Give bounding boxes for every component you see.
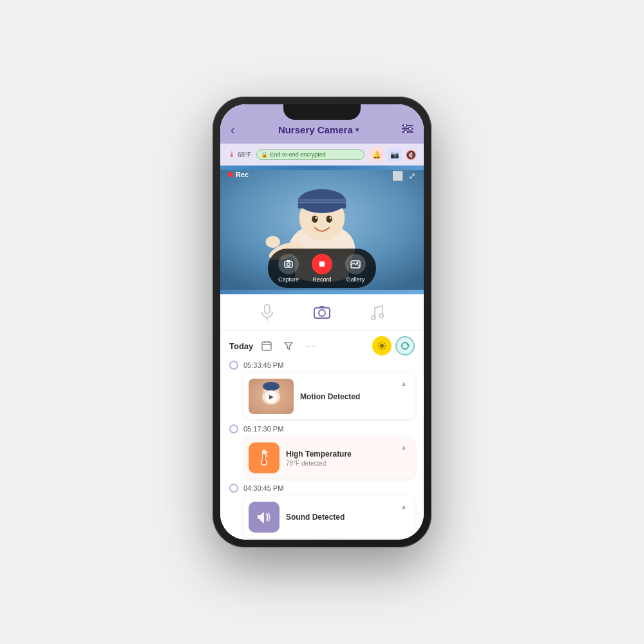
svg-point-3 [403, 124, 406, 128]
status-bar: 🌡 68°F 🔒 End-to-end encrypted 🔔 📷 🔇 [220, 144, 424, 166]
rec-label: Rec [236, 171, 249, 178]
svg-rect-25 [265, 305, 270, 314]
phone-frame: ‹ Nursery Camera ▾ [213, 97, 431, 547]
motion-thumbnail[interactable]: ▶ [249, 379, 294, 414]
refresh-button[interactable] [395, 336, 415, 355]
camera-icon-box: 📷 [388, 147, 402, 162]
more-button[interactable]: ··· [302, 337, 319, 354]
tab-icons-row [220, 294, 424, 331]
svg-line-42 [384, 348, 384, 348]
svg-point-24 [357, 262, 359, 264]
header-title-group: Nursery Camera ▾ [278, 124, 359, 135]
alert-icon-box: 🔔 [370, 147, 384, 162]
filter-right-icons [372, 336, 415, 355]
capture-bar: Capture Record Gallery [268, 249, 376, 288]
timeline-dot-2 [229, 424, 238, 433]
svg-line-41 [379, 343, 380, 344]
encryption-badge: 🔒 End-to-end encrypted [256, 149, 365, 160]
capture-label: Capture [278, 276, 299, 283]
gallery-icon [345, 254, 366, 274]
lock-icon: 🔒 [261, 151, 268, 158]
temperature-value: 68°F [238, 151, 251, 158]
svg-point-28 [319, 310, 325, 316]
svg-point-13 [312, 216, 317, 223]
svg-rect-56 [258, 515, 260, 519]
sound-icon-box [249, 502, 279, 533]
sound-info: Sound Detected [286, 513, 392, 522]
sound-title: Sound Detected [286, 513, 392, 522]
timeline-entry-temp: 05:17:30 PM [229, 424, 415, 478]
capture-icon [278, 254, 299, 274]
fullscreen-icon[interactable]: ⤢ [408, 171, 416, 181]
rec-dot [228, 172, 233, 177]
settings-button[interactable] [402, 123, 413, 137]
temp-sub: 78°F detected [286, 460, 392, 467]
svg-point-15 [315, 217, 317, 219]
encrypt-label: End-to-end encrypted [270, 151, 326, 158]
camera-top-controls: ⬜ ⤢ [392, 171, 416, 181]
record-icon [312, 254, 332, 274]
temp-title: High Temperature [286, 450, 392, 459]
gallery-button[interactable]: Gallery [345, 254, 366, 283]
svg-line-43 [384, 343, 384, 344]
temp-icon-box [249, 442, 279, 473]
camera-feed: Rec ⬜ ⤢ Capture [220, 166, 424, 294]
timeline-entry-sound: 04:30:45 PM Sound Detected [229, 484, 415, 538]
gallery-label: Gallery [346, 276, 365, 283]
svg-rect-32 [262, 342, 271, 350]
motion-title: Motion Detected [300, 392, 392, 401]
camera-tab[interactable] [310, 301, 334, 324]
play-button[interactable]: ▶ [265, 390, 278, 403]
notch [283, 104, 361, 120]
timeline-time-2: 05:17:30 PM [243, 425, 283, 433]
thermometer-icon: 🌡 [228, 150, 236, 159]
camera-title: Nursery Camera [278, 124, 353, 135]
timeline-card-motion[interactable]: ▶ Motion Detected ▲ [243, 374, 415, 419]
record-label: Record [313, 276, 332, 283]
phone-screen: ‹ Nursery Camera ▾ [220, 104, 424, 540]
svg-rect-22 [319, 261, 325, 267]
timeline-entry-motion: 05:33:45 PM ▶ [229, 361, 415, 419]
timeline-time-3: 04:30:45 PM [243, 484, 283, 492]
record-button[interactable]: Record [312, 254, 332, 283]
timeline-card-temp[interactable]: High Temperature 78°F detected ▲ [243, 437, 415, 478]
status-icons-group: 🔔 📷 🔇 [370, 147, 416, 162]
brightness-button[interactable] [372, 336, 392, 355]
title-chevron[interactable]: ▾ [355, 126, 359, 133]
bell-icon: 🔔 [372, 151, 381, 159]
mic-tab[interactable] [256, 301, 279, 324]
timeline: 05:33:45 PM ▶ [220, 361, 424, 540]
timeline-dot-3 [229, 484, 238, 493]
svg-point-36 [380, 344, 384, 348]
timeline-dot-1 [229, 361, 238, 370]
svg-rect-29 [319, 306, 325, 308]
music-tab[interactable] [365, 301, 388, 324]
svg-point-16 [330, 217, 332, 219]
svg-point-14 [327, 216, 332, 223]
svg-point-30 [372, 316, 375, 319]
back-button[interactable]: ‹ [231, 122, 235, 137]
svg-point-20 [287, 263, 290, 266]
temp-info-card: High Temperature 78°F detected [286, 450, 392, 467]
motion-expand[interactable]: ▲ [398, 379, 410, 388]
sound-expand[interactable]: ▲ [398, 502, 410, 511]
svg-point-18 [266, 236, 280, 248]
window-icon[interactable]: ⬜ [392, 171, 403, 181]
filter-bar: Today ··· [220, 331, 424, 361]
temp-expand[interactable]: ▲ [398, 442, 410, 452]
capture-button[interactable]: Capture [278, 254, 299, 283]
motion-info: Motion Detected [300, 392, 392, 401]
svg-point-52 [262, 460, 266, 464]
temperature-info: 🌡 68°F [228, 150, 251, 159]
svg-line-44 [379, 348, 380, 348]
rec-indicator: Rec [228, 171, 249, 178]
today-label: Today [229, 341, 253, 351]
timeline-card-sound[interactable]: Sound Detected ▲ [243, 497, 415, 538]
calendar-button[interactable] [258, 337, 275, 354]
svg-point-4 [408, 128, 412, 131]
svg-point-31 [379, 314, 383, 317]
timeline-time-row-3: 04:30:45 PM [229, 484, 415, 493]
mute-icon[interactable]: 🔇 [406, 150, 416, 160]
filter-button[interactable] [280, 337, 297, 354]
cam-icon: 📷 [390, 151, 399, 159]
